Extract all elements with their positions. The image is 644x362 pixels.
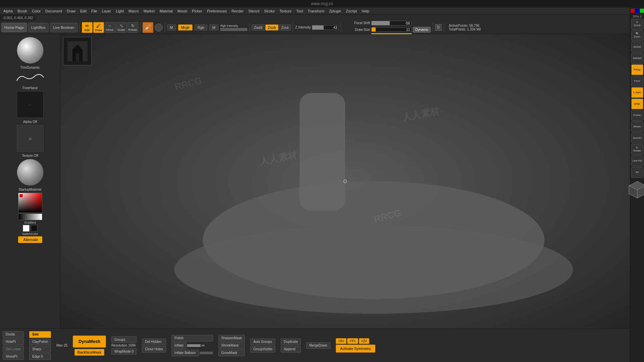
hidept-button[interactable]: HidePt xyxy=(3,339,24,345)
d-button[interactable]: D xyxy=(435,24,442,31)
backface-button[interactable]: BackfaceMask xyxy=(74,349,105,356)
mergedown-button[interactable]: MergeDown xyxy=(306,342,330,349)
menu-color[interactable]: Color xyxy=(30,8,43,14)
duplicate-button[interactable]: Duplicate xyxy=(281,339,301,345)
frame-button[interactable]: Frame xyxy=(631,110,643,121)
menu-render[interactable]: Render xyxy=(229,8,246,14)
showpt-button[interactable]: ShowPt xyxy=(3,353,24,360)
m-only-button[interactable]: M xyxy=(209,24,218,31)
alpha-label[interactable]: Alpha Off xyxy=(23,120,37,124)
brush-icon[interactable]: 🖌 xyxy=(143,22,153,33)
z-intensity-slider[interactable]: 43 xyxy=(312,25,339,30)
liveboolean-button[interactable]: Live Boolean xyxy=(50,23,77,32)
menu-zscript[interactable]: Zscript xyxy=(344,8,359,14)
scroll-button[interactable]: ⇕ Scroll xyxy=(631,19,643,29)
draw-button[interactable]: 🖊 Draw xyxy=(93,22,104,33)
menu-file[interactable]: File xyxy=(89,8,99,14)
floor-button[interactable]: Floor xyxy=(631,76,643,86)
polish-button[interactable]: Polish xyxy=(171,335,213,342)
scale-button[interactable]: ⤡ Scale xyxy=(116,22,127,33)
rotate-right-button[interactable]: ↻ Rotate xyxy=(631,144,643,155)
all-button[interactable]: All xyxy=(631,167,643,178)
rotate-button[interactable]: ↻ Rotate xyxy=(127,22,138,33)
menu-material[interactable]: Material xyxy=(158,8,175,14)
persp-button[interactable]: Persp xyxy=(631,64,643,75)
wrapmode-button[interactable]: WrapMode 0 xyxy=(111,348,137,355)
menu-picker[interactable]: Picker xyxy=(190,8,204,14)
draw-size-slider[interactable]: 11 xyxy=(371,27,412,32)
delhidden-button[interactable]: Del Hidden xyxy=(142,339,166,345)
actual-button[interactable]: Actual xyxy=(631,42,643,52)
texture-preview[interactable]: ▦ xyxy=(17,125,44,152)
menu-zplugin[interactable]: Zplugin xyxy=(327,8,343,14)
lightbox-button[interactable]: LightBox xyxy=(28,23,49,32)
menu-light[interactable]: Light xyxy=(114,8,126,14)
z-sym-button[interactable]: >Z< xyxy=(359,338,370,344)
smt-button[interactable]: Smt xyxy=(29,331,51,338)
x-sym-button[interactable]: >X< xyxy=(336,338,346,344)
y-sym-button[interactable]: >Y< xyxy=(347,338,358,344)
inflate-slider[interactable] xyxy=(187,344,201,347)
sharpenmask-button[interactable]: SharpenMask xyxy=(218,335,245,342)
menu-macro[interactable]: Macro xyxy=(126,8,141,14)
canvas-area[interactable]: RRCG 人人素材 RRCG 人人素材 xyxy=(60,34,630,328)
shrinkmask-button[interactable]: ShrinkMask xyxy=(218,342,245,349)
linefill-button[interactable]: Line Fill xyxy=(631,156,643,166)
growmask-button[interactable]: GrowMask xyxy=(218,350,245,356)
qvyz-button[interactable]: QVyz xyxy=(631,99,643,109)
inflate-balloon-button[interactable]: Inflate Balloon xyxy=(171,350,199,356)
inflate-balloon-slider[interactable] xyxy=(200,352,213,354)
menu-marker[interactable]: Marker xyxy=(142,8,157,14)
menu-document[interactable]: Document xyxy=(43,8,64,14)
groups-button[interactable]: Groups xyxy=(111,336,137,343)
zoom-button[interactable]: 🔍 Zoom xyxy=(631,30,643,41)
color-picker[interactable] xyxy=(18,193,42,213)
move-button[interactable]: ↔ Move xyxy=(105,22,115,33)
material-label[interactable]: StartupMaterial xyxy=(19,188,42,191)
menu-stencil[interactable]: Stencil xyxy=(246,8,261,14)
mrgb-button[interactable]: Mrgb xyxy=(178,24,193,31)
menu-tool[interactable]: Tool xyxy=(294,8,305,14)
append-button[interactable]: Append xyxy=(281,346,301,353)
menu-texture[interactable]: Texture xyxy=(277,8,293,14)
rgb-intensity-slider[interactable] xyxy=(220,28,247,31)
color-swatch-white[interactable] xyxy=(23,225,30,232)
menu-preferences[interactable]: Preferences xyxy=(205,8,229,14)
dynamic-button[interactable]: Dynamic xyxy=(413,27,431,33)
menu-edit[interactable]: Edit xyxy=(78,8,89,14)
aahalf-button[interactable]: AAHalf xyxy=(631,53,643,64)
menu-brush[interactable]: Brush xyxy=(15,8,29,14)
sharp-button[interactable]: Sharp xyxy=(29,346,51,353)
menu-alpha[interactable]: Alpha xyxy=(1,8,15,14)
menu-transform[interactable]: Transform xyxy=(306,8,326,14)
activate-symmetry-button[interactable]: Activate Symmetry xyxy=(336,345,375,353)
edge-button[interactable]: Edge 0 xyxy=(29,353,51,360)
m-button[interactable]: M xyxy=(167,24,176,31)
color-swatch-black[interactable] xyxy=(31,225,38,232)
zoomd-button[interactable]: ZoomD xyxy=(631,133,643,143)
nav-cube[interactable] xyxy=(627,180,644,200)
inflate-button[interactable]: Inflate xyxy=(171,342,186,349)
alternate-button[interactable]: Alternate xyxy=(18,236,42,243)
texture-label[interactable]: Texture Off xyxy=(22,154,38,158)
home-page-button[interactable]: Home Page xyxy=(1,23,27,32)
stroke-preview[interactable] xyxy=(10,71,50,84)
zsub-button[interactable]: Zsub xyxy=(265,24,278,31)
autogroups-button[interactable]: Auto Groups xyxy=(250,339,275,345)
edit-button[interactable]: ✏ Edit xyxy=(82,22,93,33)
menu-movie[interactable]: Movie xyxy=(175,8,189,14)
zcut-button[interactable]: Zcut xyxy=(279,24,291,31)
groupvisible-button[interactable]: GroupVisible xyxy=(250,346,275,353)
gradient-bar[interactable] xyxy=(18,214,42,220)
dynamesh-button[interactable]: DynaMesh xyxy=(73,336,106,348)
focal-shift-slider[interactable]: -56 xyxy=(371,21,412,25)
menu-help[interactable]: Help xyxy=(360,8,371,14)
claypolish-button[interactable]: ClayPolish xyxy=(29,339,51,345)
viewport[interactable]: RRCG 人人素材 RRCG 人人素材 xyxy=(60,34,630,328)
lsym-button[interactable]: L.Sym xyxy=(631,87,643,98)
closeholes-button[interactable]: Close Holes xyxy=(142,346,166,353)
dellower-button[interactable]: Del Lower xyxy=(3,346,24,353)
color-dot[interactable] xyxy=(155,23,163,32)
silhouette-thumbnail[interactable] xyxy=(63,37,92,65)
brush-preview[interactable] xyxy=(17,37,44,64)
